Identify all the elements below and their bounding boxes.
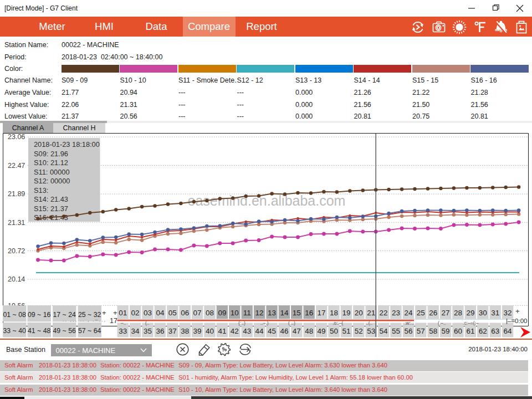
svg-text:25: 25: [417, 309, 425, 317]
svg-text:S10: 21.12: S10: 21.12: [34, 158, 68, 167]
svg-text:34: 34: [131, 327, 140, 335]
svg-text:S13:: S13:: [34, 186, 48, 195]
svg-text:52: 52: [355, 327, 363, 335]
svg-text:04: 04: [156, 309, 165, 317]
svg-text:46: 46: [280, 327, 288, 335]
svg-text:53: 53: [367, 327, 375, 335]
svg-text:01: 01: [119, 309, 127, 317]
svg-text:49 ~ 56: 49 ~ 56: [53, 327, 76, 335]
svg-text:64: 64: [504, 327, 513, 335]
svg-text:S15: 21.37: S15: 21.37: [34, 204, 68, 213]
svg-text:|–=0:00: |–=0:00: [506, 318, 527, 324]
svg-text:08: 08: [206, 309, 214, 317]
svg-text:21: 21: [367, 309, 375, 317]
svg-text:50: 50: [330, 327, 338, 335]
svg-text:37: 37: [168, 327, 177, 335]
svg-text:57: 57: [417, 327, 425, 335]
svg-text:02: 02: [131, 309, 140, 317]
svg-text:23.06: 23.06: [8, 133, 25, 141]
svg-text:40: 40: [206, 327, 214, 335]
svg-text:29: 29: [466, 309, 474, 317]
svg-text:16: 16: [305, 309, 313, 317]
svg-text:24: 24: [404, 309, 413, 317]
svg-text:59: 59: [442, 327, 450, 335]
svg-text:01 ~ 08: 01 ~ 08: [3, 311, 27, 319]
svg-text:35: 35: [144, 327, 152, 335]
svg-text:62: 62: [479, 327, 487, 335]
svg-text:41: 41: [218, 327, 226, 335]
svg-text:44: 44: [255, 327, 264, 335]
svg-text:56: 56: [404, 327, 412, 335]
svg-text:51: 51: [342, 327, 350, 335]
svg-text:.. ,,, .. , .–..,: .. ,,, .. , .–..,: [63, 317, 106, 323]
svg-text:17: 17: [318, 309, 326, 317]
svg-text:63: 63: [491, 327, 499, 335]
svg-text:+: +: [102, 309, 106, 317]
svg-text:11: 11: [243, 309, 251, 317]
svg-text:09: 09: [218, 309, 226, 317]
svg-text:2018-01-23 18:18:00: 2018-01-23 18:18:00: [34, 140, 100, 149]
svg-text:58: 58: [429, 327, 437, 335]
svg-text:S12: 00000: S12: 00000: [34, 177, 70, 185]
svg-text:.c:–=(:–: .c:–=(:–: [463, 320, 479, 326]
svg-text:20.72: 20.72: [8, 247, 25, 255]
svg-text:S09: 21.96: S09: 21.96: [34, 150, 68, 158]
svg-text:48: 48: [305, 327, 313, 335]
svg-text:43: 43: [243, 327, 251, 335]
svg-text:21.89: 21.89: [8, 190, 25, 198]
svg-text:42: 42: [231, 327, 239, 335]
svg-text:14: 14: [280, 309, 289, 317]
svg-text:07: 07: [193, 309, 202, 317]
svg-text:+: +: [515, 307, 520, 315]
svg-text:38: 38: [181, 327, 189, 335]
svg-text:31: 31: [491, 309, 499, 317]
svg-text:45: 45: [268, 327, 276, 335]
svg-text:61: 61: [466, 327, 474, 335]
svg-text:06: 06: [181, 309, 189, 317]
svg-text:S11: 00000: S11: 00000: [34, 168, 70, 176]
svg-text:49: 49: [318, 327, 326, 335]
svg-text:60: 60: [454, 327, 462, 335]
svg-text:41 ~ 48: 41 ~ 48: [28, 327, 51, 335]
svg-text:33: 33: [119, 327, 127, 335]
svg-text:21.31: 21.31: [8, 219, 25, 227]
svg-text:(.–..: (.–..: [438, 320, 446, 326]
svg-text:20: 20: [355, 309, 363, 317]
svg-text:26: 26: [429, 309, 437, 317]
svg-text:22: 22: [380, 309, 388, 317]
svg-text:39: 39: [193, 327, 202, 335]
svg-text:55: 55: [392, 327, 400, 335]
svg-text:28: 28: [454, 309, 462, 317]
svg-text:33 ~ 40: 33 ~ 40: [3, 327, 27, 335]
svg-text:36: 36: [156, 327, 164, 335]
svg-text:18: 18: [330, 309, 338, 317]
svg-text:54: 54: [380, 327, 388, 335]
svg-text:30: 30: [479, 309, 487, 317]
svg-text:S14: 21.43: S14: 21.43: [34, 195, 68, 203]
svg-text:09 ~ 16: 09 ~ 16: [28, 311, 51, 319]
svg-text:+: +: [113, 309, 117, 317]
svg-text:easemind.en.alibaba.com: easemind.en.alibaba.com: [188, 193, 346, 208]
svg-text:10: 10: [231, 309, 239, 317]
svg-text:57 ~ 64: 57 ~ 64: [78, 327, 101, 335]
svg-text:20.14: 20.14: [8, 275, 25, 283]
svg-text:17: 17: [110, 317, 117, 325]
svg-text:03: 03: [144, 309, 152, 317]
svg-text:32: 32: [504, 309, 512, 317]
svg-text:19: 19: [342, 309, 350, 317]
svg-text:15: 15: [293, 309, 301, 317]
svg-text:22.47: 22.47: [8, 162, 25, 170]
svg-text:12: 12: [255, 309, 264, 317]
svg-text:27: 27: [442, 309, 450, 317]
svg-text:05: 05: [168, 309, 177, 317]
svg-text:23: 23: [392, 309, 400, 317]
svg-text:47: 47: [293, 327, 301, 335]
svg-text:13: 13: [268, 309, 276, 317]
